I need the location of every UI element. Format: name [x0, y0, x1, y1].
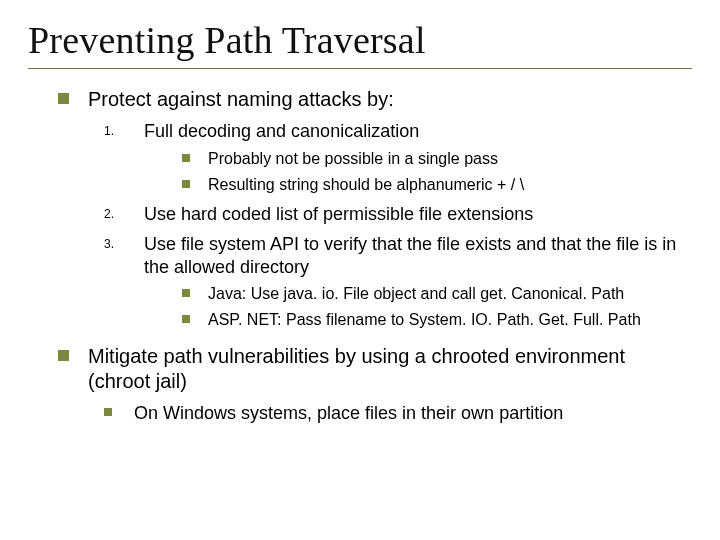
number-marker: 3. — [104, 237, 134, 252]
sub-bullet-text: Probably not be possible in a single pas… — [208, 150, 498, 167]
numbered-text: Use file system API to verify that the f… — [144, 234, 676, 277]
slide: Preventing Path Traversal Protect agains… — [0, 0, 720, 540]
numbered-item-3: 3. Use file system API to verify that th… — [104, 233, 692, 278]
square-bullet-icon — [182, 315, 190, 323]
sub-bullet-text: ASP. NET: Pass filename to System. IO. P… — [208, 311, 641, 328]
slide-title: Preventing Path Traversal — [28, 18, 692, 62]
sub-bullet-text: Resulting string should be alphanumeric … — [208, 176, 524, 193]
numbered-item-1: 1. Full decoding and canonicalization — [104, 120, 692, 143]
square-bullet-icon — [182, 154, 190, 162]
numbered-item-2: 2. Use hard coded list of permissible fi… — [104, 203, 692, 226]
title-rule — [28, 68, 692, 69]
bullet-text: Mitigate path vulnerabilities by using a… — [88, 345, 625, 392]
square-bullet-icon — [182, 180, 190, 188]
square-bullet-icon — [182, 289, 190, 297]
number-marker: 2. — [104, 207, 134, 222]
sub-bullet-windows: On Windows systems, place files in their… — [104, 402, 692, 425]
sub-bullet: Java: Use java. io. File object and call… — [182, 284, 692, 304]
numbered-text: Full decoding and canonicalization — [144, 121, 419, 141]
sub-bullet: Resulting string should be alphanumeric … — [182, 175, 692, 195]
bullet-text: Protect against naming attacks by: — [88, 88, 394, 110]
square-bullet-icon — [58, 93, 69, 104]
numbered-text: Use hard coded list of permissible file … — [144, 204, 533, 224]
sub-bullet: Probably not be possible in a single pas… — [182, 149, 692, 169]
slide-body: Protect against naming attacks by: 1. Fu… — [28, 87, 692, 425]
bullet-mitigate: Mitigate path vulnerabilities by using a… — [58, 344, 692, 394]
sub-bullet-text: Java: Use java. io. File object and call… — [208, 285, 624, 302]
sub-bullet-text: On Windows systems, place files in their… — [134, 403, 563, 423]
number-marker: 1. — [104, 124, 134, 139]
square-bullet-icon — [104, 408, 112, 416]
sub-bullet: ASP. NET: Pass filename to System. IO. P… — [182, 310, 692, 330]
square-bullet-icon — [58, 350, 69, 361]
bullet-protect: Protect against naming attacks by: — [58, 87, 692, 112]
